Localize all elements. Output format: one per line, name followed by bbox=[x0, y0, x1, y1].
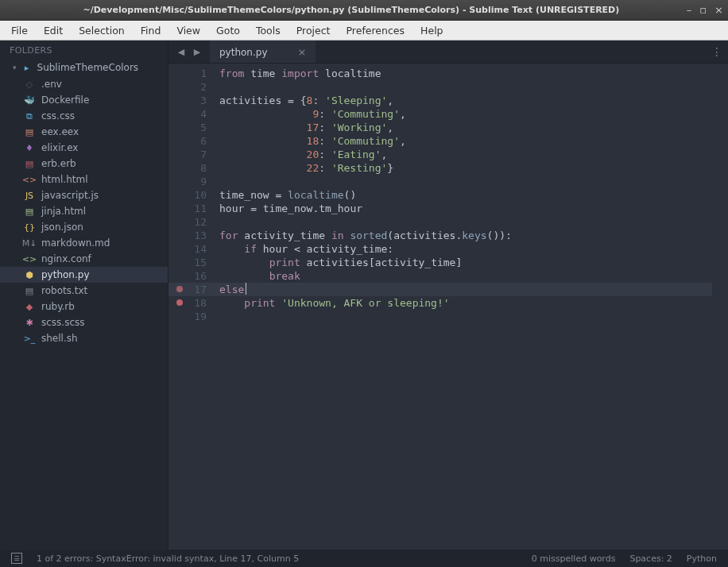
close-window-button[interactable]: × bbox=[714, 4, 723, 16]
file-icon: JS bbox=[24, 191, 35, 201]
file-label: shell.sh bbox=[41, 333, 78, 344]
editor[interactable]: 12345678910111213141516171819 from time … bbox=[168, 64, 728, 550]
file-label: json.json bbox=[41, 222, 83, 233]
line-number: 1 bbox=[168, 67, 207, 80]
code-line: print activities[activity_time] bbox=[219, 256, 712, 269]
file-label: .env bbox=[41, 79, 62, 90]
menu-find[interactable]: Find bbox=[133, 22, 169, 39]
code-line bbox=[219, 215, 712, 229]
menu-edit[interactable]: Edit bbox=[36, 22, 71, 39]
code-line bbox=[219, 310, 712, 323]
file-label: Dockerfile bbox=[41, 94, 89, 106]
status-error-text[interactable]: 1 of 2 errors: SyntaxError: invalid synt… bbox=[37, 554, 299, 564]
menu-tools[interactable]: Tools bbox=[248, 22, 288, 39]
file-row[interactable]: ▤jinja.html bbox=[0, 203, 168, 219]
menu-preferences[interactable]: Preferences bbox=[339, 22, 413, 39]
file-row[interactable]: ▤erb.erb bbox=[0, 156, 168, 172]
status-misspelled[interactable]: 0 misspelled words bbox=[532, 554, 616, 564]
file-row[interactable]: M↓markdown.md bbox=[0, 235, 168, 251]
tab-close-button[interactable]: × bbox=[298, 46, 307, 58]
file-label: markdown.md bbox=[41, 237, 110, 249]
nav-forward-button[interactable]: ▶ bbox=[191, 45, 203, 58]
line-number: 10 bbox=[168, 188, 207, 202]
file-row[interactable]: ◆ruby.rb bbox=[0, 299, 168, 314]
file-icon: >_ bbox=[24, 334, 35, 344]
menu-project[interactable]: Project bbox=[288, 22, 339, 39]
minimize-button[interactable]: – bbox=[687, 4, 692, 16]
menu-help[interactable]: Help bbox=[412, 22, 451, 39]
file-row[interactable]: {}json.json bbox=[0, 219, 168, 235]
file-icon: ✱ bbox=[24, 318, 35, 328]
line-number: 5 bbox=[168, 121, 207, 134]
file-label: elixir.ex bbox=[41, 142, 78, 153]
file-icon: ◆ bbox=[24, 302, 35, 312]
window-title: ~/Development/Misc/SublimeThemeColors/py… bbox=[16, 5, 687, 15]
file-row[interactable]: ✱scss.scss bbox=[0, 314, 168, 330]
code-line: 9: 'Commuting', bbox=[219, 107, 712, 121]
code-line: from time import localtime bbox=[219, 67, 712, 80]
file-label: python.py bbox=[41, 269, 90, 280]
file-label: robots.txt bbox=[41, 285, 87, 296]
text-cursor bbox=[246, 283, 246, 295]
folder-icon: ▸ bbox=[21, 63, 33, 73]
file-row[interactable]: ♦elixir.ex bbox=[0, 140, 168, 156]
tabbar: ◀ ▶ python.py × ⋮ bbox=[168, 40, 728, 64]
file-icon: ♦ bbox=[24, 143, 35, 153]
file-row[interactable]: JSjavascript.js bbox=[0, 187, 168, 203]
file-row[interactable]: <>html.html bbox=[0, 172, 168, 187]
menu-goto[interactable]: Goto bbox=[208, 22, 248, 39]
menu-view[interactable]: View bbox=[168, 22, 208, 39]
folder-row[interactable]: ▾ ▸ SublimeThemeColors bbox=[0, 59, 168, 76]
file-label: erb.erb bbox=[41, 158, 76, 169]
file-row[interactable]: ⧉css.css bbox=[0, 108, 168, 124]
file-row[interactable]: <>nginx.conf bbox=[0, 251, 168, 267]
line-number: 12 bbox=[168, 215, 207, 229]
line-number: 14 bbox=[168, 242, 207, 256]
file-label: ruby.rb bbox=[41, 301, 75, 312]
file-row[interactable]: ◇.env bbox=[0, 76, 168, 92]
file-icon: 🐳 bbox=[24, 95, 35, 106]
line-number: 4 bbox=[168, 107, 207, 121]
code-line: print 'Unknown, AFK or sleeping!' bbox=[219, 296, 712, 310]
file-icon: M↓ bbox=[24, 238, 35, 249]
file-row[interactable]: ⬢python.py bbox=[0, 267, 168, 283]
statusbar: ☰ 1 of 2 errors: SyntaxError: invalid sy… bbox=[0, 550, 728, 567]
maximize-button[interactable]: ▫ bbox=[699, 4, 707, 16]
file-icon: ▤ bbox=[24, 159, 35, 169]
code-line bbox=[219, 80, 712, 94]
file-label: javascript.js bbox=[41, 190, 99, 201]
line-number: 19 bbox=[168, 310, 207, 323]
menu-selection[interactable]: Selection bbox=[71, 22, 133, 39]
line-number: 16 bbox=[168, 269, 207, 283]
file-icon: ⬢ bbox=[24, 270, 35, 280]
minimap[interactable] bbox=[712, 64, 728, 550]
file-icon: <> bbox=[24, 175, 35, 185]
menu-file[interactable]: File bbox=[3, 22, 36, 39]
code-area[interactable]: from time import localtimeactivities = {… bbox=[215, 64, 712, 550]
file-row[interactable]: 🐳Dockerfile bbox=[0, 92, 168, 108]
code-line: 22: 'Resting'} bbox=[219, 161, 712, 175]
code-line: 17: 'Working', bbox=[219, 121, 712, 134]
file-label: css.css bbox=[41, 110, 75, 122]
tab-python[interactable]: python.py × bbox=[210, 40, 316, 63]
status-language[interactable]: Python bbox=[687, 554, 717, 564]
file-icon: <> bbox=[24, 254, 35, 264]
line-number: 13 bbox=[168, 229, 207, 242]
status-panel-icon[interactable]: ☰ bbox=[11, 553, 22, 564]
code-line: break bbox=[219, 269, 712, 283]
file-label: scss.scss bbox=[41, 317, 85, 328]
file-row[interactable]: >_shell.sh bbox=[0, 330, 168, 346]
file-row[interactable]: ▤eex.eex bbox=[0, 124, 168, 140]
line-number: 3 bbox=[168, 94, 207, 107]
sidebar-header: FOLDERS bbox=[0, 40, 168, 59]
nav-back-button[interactable]: ◀ bbox=[175, 45, 188, 58]
code-line: time_now = localtime() bbox=[219, 188, 712, 202]
file-row[interactable]: ▤robots.txt bbox=[0, 283, 168, 299]
status-spaces[interactable]: Spaces: 2 bbox=[629, 554, 672, 564]
code-line: activities = {8: 'Sleeping', bbox=[219, 94, 712, 107]
menubar: FileEditSelectionFindViewGotoToolsProjec… bbox=[0, 21, 728, 40]
code-line: 18: 'Commuting', bbox=[219, 134, 712, 148]
tab-overflow-button[interactable]: ⋮ bbox=[706, 40, 728, 63]
line-number: 8 bbox=[168, 161, 207, 175]
file-label: jinja.html bbox=[41, 206, 86, 217]
